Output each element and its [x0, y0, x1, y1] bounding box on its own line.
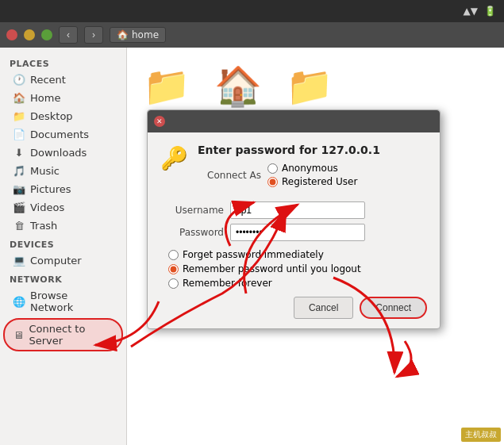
- anonymous-radio-row: Anonymous: [267, 163, 357, 174]
- places-section-title: Places: [0, 54, 126, 71]
- connect-as-radio-group: Anonymous Registered User: [267, 163, 357, 187]
- sidebar-item-trash[interactable]: 🗑 Trash: [3, 217, 123, 235]
- sidebar-item-recent-label: Recent: [30, 74, 66, 86]
- downloads-icon: ⬇: [13, 147, 25, 159]
- ubuntu-folder-icon: 🏠: [214, 63, 262, 109]
- close-button[interactable]: [6, 29, 17, 40]
- trash-icon: 🗑: [13, 220, 25, 232]
- dialog-title: Enter password for 127.0.0.1: [198, 144, 380, 156]
- sidebar-item-browse-network[interactable]: 🌐 Browse Network: [3, 286, 123, 316]
- sidebar-item-computer[interactable]: 💻 Computer: [3, 251, 123, 270]
- minimize-button[interactable]: [24, 29, 35, 40]
- title-bar: ‹ › 🏠 home: [0, 22, 504, 48]
- sidebar-item-trash-label: Trash: [30, 220, 57, 232]
- username-label: Username: [160, 205, 224, 216]
- sidebar-item-browse-network-label: Browse Network: [30, 290, 113, 313]
- password-input[interactable]: [230, 224, 365, 241]
- connect-button[interactable]: Connect: [360, 297, 427, 319]
- network-icon: ▲▼: [464, 6, 478, 17]
- taskbar: ▲▼ 🔋: [0, 0, 504, 22]
- pictures-icon: 📷: [13, 183, 25, 195]
- computer-icon: 💻: [13, 255, 25, 267]
- videos-icon: 🎬: [13, 201, 25, 213]
- path-bar[interactable]: 🏠 home: [110, 27, 166, 43]
- dialog-title-bar: ✕: [148, 110, 440, 132]
- remember-forever-row: Remember forever: [168, 278, 427, 289]
- connect-as-label: Connect As: [198, 170, 261, 181]
- remember-forever-label: Remember forever: [183, 278, 272, 289]
- battery-icon: 🔋: [484, 6, 496, 17]
- sidebar-item-recent[interactable]: 🕐 Recent: [3, 71, 123, 89]
- remember-section: Forget password immediately Remember pas…: [168, 249, 427, 289]
- sidebar-item-documents[interactable]: 📄 Documents: [3, 125, 123, 144]
- sidebar-item-computer-label: Computer: [30, 255, 82, 267]
- remember-forever-radio[interactable]: [168, 278, 179, 289]
- forget-label: Forget password immediately: [183, 249, 324, 260]
- remember-logout-label: Remember password until you logout: [183, 263, 361, 274]
- forget-row: Forget password immediately: [168, 249, 427, 260]
- password-label: Password: [160, 227, 224, 238]
- registered-radio[interactable]: [267, 177, 278, 187]
- documents-icon: 📄: [13, 129, 25, 140]
- maximize-button[interactable]: [41, 29, 52, 40]
- remember-logout-row: Remember password until you logout: [168, 263, 427, 274]
- connect-server-icon: 🖥: [13, 329, 24, 341]
- sidebar-item-connect-to-server-label: Connect to Server: [29, 323, 113, 347]
- connect-as-row: Connect As Anonymous Registered User: [198, 163, 380, 187]
- sidebar-item-videos[interactable]: 🎬 Videos: [3, 198, 123, 217]
- sidebar-item-desktop-label: Desktop: [30, 110, 73, 122]
- password-dialog: ✕ 🔑 Enter password for 127.0.0.1 Connect…: [147, 109, 441, 329]
- forward-button[interactable]: ›: [84, 26, 103, 44]
- cancel-button[interactable]: Cancel: [294, 297, 353, 319]
- path-icon: 🏠: [117, 29, 129, 40]
- devices-section-title: Devices: [0, 235, 126, 251]
- sidebar-item-videos-label: Videos: [30, 201, 64, 213]
- registered-radio-row: Registered User: [267, 176, 357, 187]
- registered-label: Registered User: [282, 176, 357, 187]
- dialog-title-section: Enter password for 127.0.0.1 Connect As …: [198, 144, 380, 192]
- sidebar-item-downloads[interactable]: ⬇ Downloads: [3, 144, 123, 162]
- dialog-body: 🔑 Enter password for 127.0.0.1 Connect A…: [148, 132, 440, 328]
- forget-radio[interactable]: [168, 250, 179, 260]
- username-input[interactable]: [230, 201, 365, 219]
- sidebar-item-downloads-label: Downloads: [30, 147, 87, 159]
- sidebar-item-home-label: Home: [30, 92, 60, 104]
- sidebar-item-home[interactable]: 🏠 Home: [3, 89, 123, 107]
- sidebar-item-pictures[interactable]: 📷 Pictures: [3, 180, 123, 198]
- remember-logout-radio[interactable]: [168, 264, 179, 274]
- sidebar-item-pictures-label: Pictures: [30, 183, 71, 195]
- browse-network-icon: 🌐: [13, 296, 25, 308]
- username-row: Username: [160, 201, 427, 219]
- key-icon: 🔑: [160, 145, 188, 171]
- sidebar: Places 🕐 Recent 🏠 Home 📁 Desktop 📄 Docum…: [0, 48, 127, 445]
- network-section-title: Network: [0, 270, 126, 286]
- sidebar-item-desktop[interactable]: 📁 Desktop: [3, 107, 123, 125]
- back-button[interactable]: ‹: [59, 26, 78, 44]
- dialog-close-button[interactable]: ✕: [154, 116, 165, 127]
- anonymous-radio[interactable]: [267, 163, 278, 174]
- dialog-buttons: Cancel Connect: [160, 297, 427, 319]
- password-row: Password: [160, 224, 427, 241]
- sidebar-item-music-label: Music: [30, 165, 60, 177]
- sidebar-item-music[interactable]: 🎵 Music: [3, 162, 123, 180]
- dialog-header: 🔑 Enter password for 127.0.0.1 Connect A…: [160, 144, 427, 192]
- vsftp-folder-icon: 📁: [286, 63, 333, 109]
- sidebar-item-documents-label: Documents: [30, 129, 89, 140]
- sidebar-item-connect-to-server[interactable]: 🖥 Connect to Server: [3, 318, 123, 351]
- music-icon: 🎵: [13, 165, 25, 177]
- desktop-icon: 📁: [13, 110, 25, 122]
- recent-icon: 🕐: [13, 74, 25, 86]
- path-label: home: [132, 29, 159, 40]
- ftpuser-folder-icon: 📁: [143, 63, 190, 109]
- watermark: 主机叔叔: [461, 428, 501, 442]
- anonymous-label: Anonymous: [282, 163, 338, 174]
- home-icon: 🏠: [13, 92, 25, 104]
